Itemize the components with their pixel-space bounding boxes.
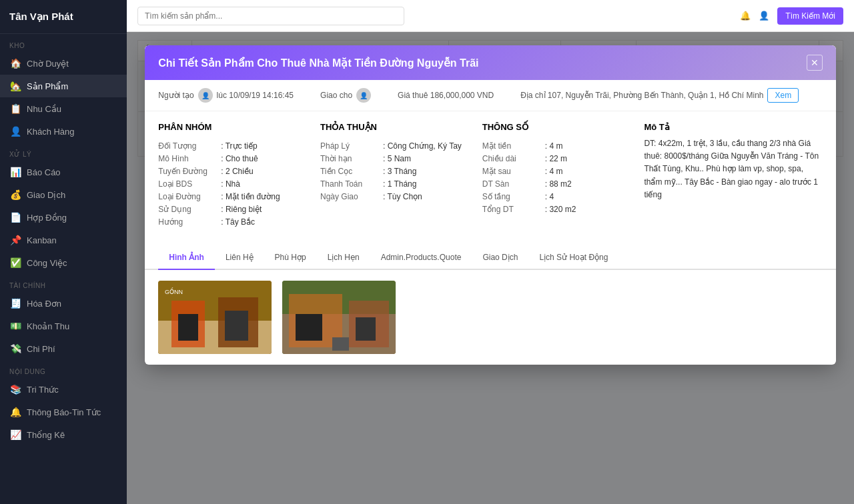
dia-chi-value: Địa chỉ 107, Nguyễn Trãi, Phường Bến Thà…: [520, 91, 763, 100]
sidebar-item-label: Hóa Đơn: [27, 299, 61, 309]
sidebar-item-thong-ke[interactable]: 📈 Thống Kê: [0, 423, 127, 446]
field-huong: Hướng : Tây Bắc: [158, 217, 307, 227]
assign-info: Giao cho 👤: [320, 88, 371, 103]
mo-ta-content: DT: 4x22m, 1 trệt, 3 lầu, cầu thang 2/3 …: [644, 137, 822, 201]
sidebar-item-label: Hợp Đồng: [27, 213, 67, 223]
field-chieu-dai: Chiều dài : 22 m: [482, 154, 631, 163]
topbar: 🔔 👤 Tìm Kiếm Mới: [127, 0, 854, 32]
sidebar-section-taichinh: TÀI CHÍNH 🧾 Hóa Đơn 💵 Khoản Thu 💸 Chi Ph…: [0, 274, 127, 360]
sidebar-item-cho-du[interactable]: 🏠 Chờ Duyệt: [0, 52, 127, 75]
field-ngay-giao: Ngày Giao : Tùy Chọn: [320, 192, 469, 201]
modal-header: Chi Tiết Sản Phẩm Cho Thuê Nhà Mặt Tiền …: [145, 45, 836, 80]
field-mat-sau: Mặt sau : 4 m: [482, 167, 631, 176]
user-avatar: 👤: [759, 11, 769, 21]
field-loai-duong: Loại Đường : Mặt tiền đường: [158, 192, 307, 201]
svg-rect-12: [356, 317, 376, 341]
sidebar-section-noidung: NỘI DUNG 📚 Tri Thức 🔔 Thông Báo-Tin Tức …: [0, 360, 127, 446]
tab-lien-he[interactable]: Liên Hệ: [215, 246, 264, 270]
gia-thue-info: Giá thuê 186,000,000 VND: [398, 91, 494, 100]
sidebar-item-label: Chi Phí: [27, 344, 55, 354]
sidebar-item-label: Sản Phẩm: [27, 81, 68, 91]
tab-hinh-anh[interactable]: Hình Ảnh: [158, 246, 215, 270]
receipt-icon: 🧾: [9, 298, 21, 309]
field-tien-coc: Tiền Cọc : 3 Tháng: [320, 167, 469, 176]
tab-admin-quote[interactable]: Admin.Products.Quote: [370, 246, 472, 270]
topbar-right: 🔔 👤 Tìm Kiếm Mới: [740, 7, 843, 25]
sidebar-item-hoa-don[interactable]: 🧾 Hóa Đơn: [0, 292, 127, 315]
expense-icon: 💸: [9, 343, 21, 354]
modal-overlay: Chi Tiết Sản Phẩm Cho Thuê Nhà Mặt Tiền …: [127, 32, 854, 504]
sidebar-item-label: Khoản Thu: [27, 321, 69, 331]
field-so-tang: Số tầng : 4: [482, 192, 631, 201]
svg-rect-11: [296, 314, 322, 341]
main-area: 🔔 👤 Tìm Kiếm Mới Ảnh Thông Tin Giá Diện …: [127, 0, 854, 504]
sidebar-item-label: Giao Dịch: [27, 190, 65, 200]
sidebar-item-hop-dong[interactable]: 📄 Hợp Đồng: [0, 206, 127, 229]
dia-chi-info: Địa chỉ 107, Nguyễn Trãi, Phường Bến Thà…: [520, 88, 799, 103]
tab-lich-hen[interactable]: Lịch Hẹn: [317, 246, 370, 270]
sidebar-item-label: Thông Báo-Tin Tức: [27, 407, 101, 417]
field-tuyen-duong: Tuyến Đường : 2 Chiều: [158, 167, 307, 176]
sidebar-item-bao-cao[interactable]: 📊 Báo Cáo: [0, 161, 127, 183]
sidebar-item-khach-hang[interactable]: 👤 Khách Hàng: [0, 120, 127, 143]
section-title-thong-so: THÔNG SỐ: [482, 122, 631, 135]
new-search-button[interactable]: Tìm Kiếm Mới: [777, 7, 843, 25]
home-icon: 🏠: [9, 58, 21, 69]
sidebar-item-kanban[interactable]: 📌 Kanban: [0, 229, 127, 251]
income-icon: 💵: [9, 321, 21, 331]
sidebar-item-label: Thống Kê: [27, 430, 65, 440]
sidebar-item-chi-phi[interactable]: 💸 Chi Phí: [0, 337, 127, 360]
photo-thumb-2[interactable]: [282, 281, 396, 354]
sidebar-section-label-taichinh: TÀI CHÍNH: [0, 274, 127, 292]
modal-close-button[interactable]: ✕: [807, 55, 823, 71]
sidebar-item-label: Báo Cáo: [27, 167, 61, 177]
tab-lich-su[interactable]: Lịch Sử Hoạt Động: [528, 246, 618, 270]
gia-thue-value: Giá thuê 186,000,000 VND: [398, 91, 494, 100]
sidebar-item-label: Tri Thức: [27, 385, 59, 395]
tab-phu-hop[interactable]: Phù Hợp: [264, 246, 317, 270]
section-thoa-thuan: THỎA THUẬN Pháp Lý : Công Chứng, Ký Tay …: [320, 122, 469, 230]
sidebar-item-nhu-cau[interactable]: 📋 Nhu Cầu: [0, 97, 127, 120]
stats-icon: 📈: [9, 429, 21, 440]
sidebar-item-giao-dich[interactable]: 💰 Giao Dịch: [0, 183, 127, 206]
field-doi-tuong: Đối Tượng : Trực tiếp: [158, 141, 307, 151]
photo-thumb-1[interactable]: GỒNN: [158, 281, 272, 354]
field-phap-ly: Pháp Lý : Công Chứng, Ký Tay: [320, 141, 469, 151]
property-icon: 🏡: [9, 81, 21, 91]
creator-time: lúc 10/09/19 14:16:45: [217, 91, 294, 100]
sidebar-item-tri-thuc[interactable]: 📚 Tri Thức: [0, 378, 127, 401]
sidebar-section-label-noidung: NỘI DUNG: [0, 360, 127, 378]
sidebar-item-san-pham[interactable]: 🏡 Sản Phẩm: [0, 75, 127, 97]
field-dt-san: DT Sàn : 88 m2: [482, 179, 631, 189]
assign-avatar: 👤: [356, 88, 371, 103]
svg-rect-5: [225, 311, 248, 341]
modal-body: PHÂN NHÓM Đối Tượng : Trực tiếp Mô Hình …: [145, 111, 836, 241]
sidebar: Tân Vạn Phát KHO 🏠 Chờ Duyệt 🏡 Sản Phẩm …: [0, 0, 127, 504]
assign-label: Giao cho: [320, 91, 352, 100]
field-mat-tien: Mặt tiền : 4 m: [482, 141, 631, 151]
modal-dialog: Chi Tiết Sản Phẩm Cho Thuê Nhà Mặt Tiền …: [145, 45, 836, 365]
svg-rect-4: [178, 314, 198, 341]
sidebar-item-khoan-thu[interactable]: 💵 Khoản Thu: [0, 315, 127, 337]
field-thoi-han: Thời hạn : 5 Nam: [320, 154, 469, 163]
field-thanh-toan: Thanh Toán : 1 Tháng: [320, 179, 469, 189]
sidebar-logo: Tân Vạn Phát: [0, 0, 127, 34]
sidebar-section-label-kho: KHO: [0, 34, 127, 52]
creator-info: Người tạo 👤 lúc 10/09/19 14:16:45: [158, 88, 294, 103]
svg-text:GỒNN: GỒNN: [165, 287, 183, 295]
section-mo-ta: Mô Tả DT: 4x22m, 1 trệt, 3 lầu, cầu than…: [644, 122, 822, 230]
sidebar-item-thong-bao[interactable]: 🔔 Thông Báo-Tin Tức: [0, 401, 127, 423]
creator-label: Người tạo: [158, 91, 193, 100]
notification-icon: 🔔: [9, 407, 21, 417]
tab-giao-dich[interactable]: Giao Dịch: [472, 246, 528, 270]
sidebar-item-label: Nhu Cầu: [27, 104, 61, 114]
xem-button[interactable]: Xem: [767, 88, 799, 103]
tab-content-hinh-anh: GỒNN: [145, 270, 836, 365]
sidebar-item-label: Chờ Duyệt: [27, 59, 69, 69]
sidebar-item-cong-viec[interactable]: ✅ Công Việc: [0, 251, 127, 274]
money-icon: 💰: [9, 189, 21, 200]
field-su-dung: Sử Dụng : Riêng biệt: [158, 205, 307, 214]
chart-icon: 📊: [9, 167, 21, 177]
search-input[interactable]: [137, 7, 404, 25]
modal-sections: PHÂN NHÓM Đối Tượng : Trực tiếp Mô Hình …: [158, 122, 823, 230]
